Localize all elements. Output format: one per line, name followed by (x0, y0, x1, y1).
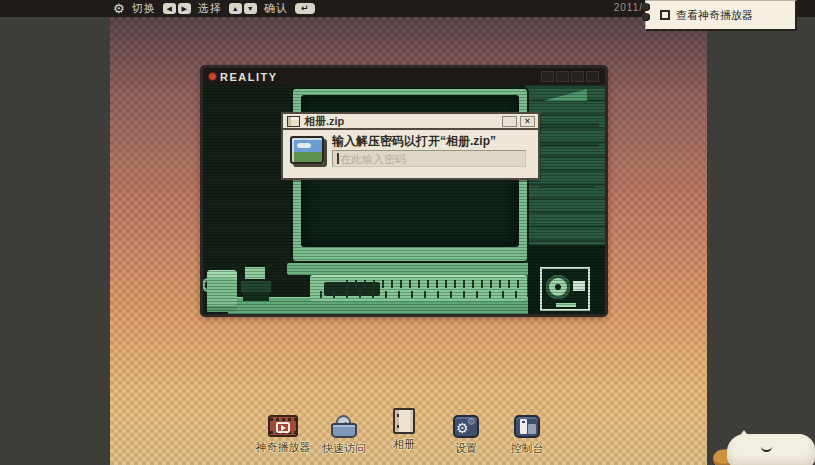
desktop-icon-settings[interactable]: ⚙ ⚙ 设置 (434, 415, 498, 456)
password-input[interactable] (340, 151, 524, 166)
scene-mug-handle (203, 278, 210, 292)
scene-monitor-chin (287, 263, 533, 275)
scene-cd-label (556, 303, 576, 307)
book-hinge (397, 425, 399, 428)
cat-ear (739, 430, 749, 437)
photo-cloud (297, 143, 311, 148)
reality-titlebar: REALITY (203, 68, 605, 85)
scene-small-box (245, 267, 265, 279)
scene-cd-chip (573, 281, 585, 291)
icon-label: 神奇播放器 (251, 440, 315, 455)
scene-box-stack (243, 292, 269, 301)
confirm-label: 确认 (264, 1, 288, 16)
console-icon (514, 415, 540, 438)
dialog-title: 相册.zip (304, 114, 344, 129)
pin-icon (642, 3, 650, 11)
photo-thumbnail-icon (290, 136, 324, 164)
book-hinge (397, 414, 399, 417)
password-dialog: 相册.zip × 输入解压密码以打开“相册.zip” (281, 112, 540, 180)
icon-label: 控制台 (495, 441, 559, 456)
gears-icon: ⚙ ⚙ (453, 415, 479, 438)
scene-shelf-line (533, 143, 599, 147)
film-perforations (270, 418, 296, 421)
password-input-wrap (332, 150, 526, 167)
bag-body (331, 423, 357, 438)
icon-label: 快速访问 (312, 441, 376, 456)
dialog-extra-button[interactable] (502, 116, 517, 127)
window-control-button[interactable] (541, 71, 554, 82)
scene-cd-hole (555, 284, 561, 290)
pinned-note-popup: 查看神奇播放器 (645, 0, 797, 31)
reality-window: REALITY (200, 65, 608, 317)
dialog-close-button[interactable]: × (520, 116, 535, 127)
record-dot-icon (208, 72, 217, 81)
switch-prev-button[interactable]: ◀ (163, 3, 176, 14)
icon-label: 相册 (372, 437, 436, 452)
letterbox-right (707, 17, 815, 465)
desktop-icon-magic-player[interactable]: 神奇播放器 (251, 415, 315, 455)
select-down-button[interactable]: ▼ (244, 3, 257, 14)
dialog-titlebar: 相册.zip × (283, 114, 538, 130)
dialog-body: 输入解压密码以打开“相册.zip” (283, 130, 538, 178)
desktop-icon-console[interactable]: 控制台 (495, 415, 559, 456)
sleeping-cat-mascot (705, 432, 815, 465)
scene-shelf-line (539, 183, 595, 188)
scene-keys-row (346, 280, 522, 288)
scene-box-stack (241, 281, 271, 292)
window-control-button[interactable] (586, 71, 599, 82)
confirm-key-button[interactable]: ↵ (295, 3, 315, 14)
text-caret (337, 153, 339, 164)
scene-keyboard (310, 275, 527, 301)
desktop-icon-quick-access[interactable]: 快速访问 (312, 415, 376, 456)
switch-label: 切换 (132, 1, 156, 16)
desktop-icon-album[interactable]: 相册 (372, 408, 436, 452)
window-control-button[interactable] (571, 71, 584, 82)
zip-file-icon (287, 116, 300, 127)
scene-cd-device (528, 245, 605, 314)
play-icon (276, 422, 290, 433)
scene-shelf-highlight (543, 89, 587, 101)
icon-label: 设置 (434, 441, 498, 456)
view-player-label[interactable]: 查看神奇播放器 (676, 8, 753, 23)
dialog-message: 输入解压密码以打开“相册.zip” (332, 133, 496, 150)
screen: ⚙ 切换 ◀ ▶ 选择 ▲ ▼ 确认 ↵ 2011/ 查看神奇播放器 REALI… (0, 0, 815, 465)
reality-title: REALITY (220, 71, 278, 83)
album-book-icon (393, 408, 415, 434)
switch-next-button[interactable]: ▶ (178, 3, 191, 14)
view-player-checkbox[interactable] (660, 10, 670, 20)
letterbox-left (0, 17, 110, 465)
scene-cd-frame (540, 267, 590, 311)
console-pad (528, 424, 536, 434)
scene-shelf-line (533, 123, 599, 129)
select-label: 选择 (198, 1, 222, 16)
console-slot (522, 421, 525, 423)
scene-keys-row (320, 291, 520, 298)
gear-icon[interactable]: ⚙ (113, 2, 125, 15)
date-text: 2011/ (614, 2, 643, 13)
pin-icon (642, 13, 650, 21)
bag-icon (331, 415, 357, 438)
select-up-button[interactable]: ▲ (229, 3, 242, 14)
play-triangle (281, 425, 286, 431)
film-player-icon (268, 415, 298, 437)
scene-mug (207, 270, 237, 312)
gear-small: ⚙ (467, 417, 476, 427)
window-control-button[interactable] (556, 71, 569, 82)
